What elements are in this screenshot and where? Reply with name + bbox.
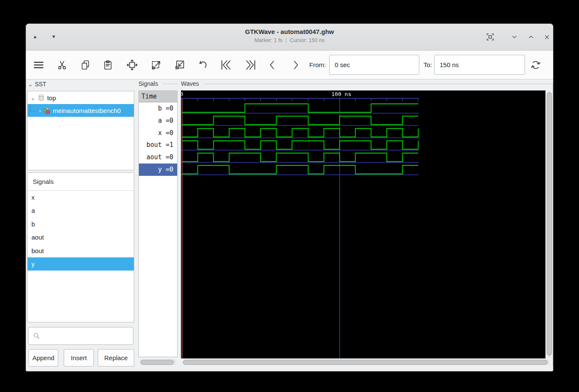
- chevron-left-icon: [266, 59, 278, 71]
- reload-icon: [530, 59, 542, 71]
- signal-list-item[interactable]: y: [28, 257, 134, 271]
- tree-branch-line: [30, 104, 36, 111]
- signals-list: xabaoutbouty: [28, 191, 134, 271]
- titlebar[interactable]: ▲ ▼ GTKWave - automat0047.ghw Marker: 1 …: [26, 24, 553, 51]
- to-input[interactable]: [434, 55, 525, 75]
- chevron-right-icon: ›: [36, 107, 43, 114]
- signal-value-rows: b =0a =0x =0bout =1aout =0y =0: [139, 102, 177, 176]
- subtitle-separator: |: [282, 37, 290, 43]
- cursor-status: Cursor: 150 ns: [290, 37, 325, 43]
- chevron-down-icon: [511, 33, 518, 41]
- signal-values-panel: Time b =0a =0x =0bout =1aout =0y =0: [138, 90, 178, 357]
- maximize-button[interactable]: [525, 31, 537, 42]
- sst-label: SST: [35, 81, 46, 87]
- copy-button[interactable]: [78, 57, 93, 73]
- signal-value-row[interactable]: bout =1: [139, 139, 177, 151]
- chevron-down-icon: ⌄: [28, 95, 37, 101]
- chevron-right-icon: [290, 59, 302, 71]
- waves-hscrollbar-track[interactable]: [182, 360, 549, 365]
- waves-frame-line: [203, 84, 553, 84]
- cut-button[interactable]: [54, 57, 70, 73]
- chevron-up-icon: [527, 33, 535, 41]
- search-icon: [33, 332, 40, 340]
- signal-list-item[interactable]: b: [28, 217, 134, 231]
- from-label: From:: [309, 61, 326, 68]
- menu-button[interactable]: [31, 57, 46, 73]
- replace-button[interactable]: Replace: [98, 349, 134, 367]
- insert-button[interactable]: Insert: [64, 349, 94, 367]
- signal-value-row[interactable]: a =0: [139, 115, 177, 127]
- tree-item-top[interactable]: ⌄ top: [28, 91, 134, 104]
- signal-value-row[interactable]: aout =0: [139, 151, 177, 164]
- toolbar: From: To:: [26, 51, 553, 79]
- go-to-start-button[interactable]: [218, 57, 233, 73]
- zoom-out-button[interactable]: [172, 57, 187, 73]
- hamburger-menu-icon: [32, 59, 45, 71]
- signals-hscrollbar-track[interactable]: [140, 360, 176, 365]
- append-button[interactable]: Append: [28, 349, 58, 367]
- skip-to-start-icon: [219, 59, 232, 71]
- signal-list-item[interactable]: bout: [28, 244, 134, 257]
- to-label: To:: [424, 61, 432, 68]
- chevron-down-icon: ⌄: [28, 81, 35, 87]
- fullscreen-icon: [486, 32, 495, 42]
- window-subtitle: Marker: 1 fs|Cursor: 150 ns: [26, 37, 553, 43]
- next-edge-button[interactable]: [288, 57, 303, 73]
- sst-signals-box: Signals xabaoutbouty: [27, 172, 134, 322]
- marker-status: Marker: 1 fs: [254, 37, 282, 43]
- tree-item-testbench[interactable]: › meinautomattestbench0: [28, 104, 134, 117]
- zoom-in-button[interactable]: [149, 57, 164, 73]
- search-input[interactable]: [43, 327, 128, 344]
- signals-list-header: Signals: [28, 173, 134, 191]
- gtkwave-window: ▲ ▼ GTKWave - automat0047.ghw Marker: 1 …: [25, 23, 554, 372]
- scissors-icon: [56, 59, 68, 71]
- waves-frame-label: Waves: [181, 80, 201, 87]
- time-header[interactable]: Time: [139, 91, 177, 102]
- sst-expander[interactable]: ⌄SST: [28, 81, 48, 87]
- zoom-out-icon: [174, 59, 186, 71]
- close-button[interactable]: [541, 31, 552, 42]
- module-icon: [37, 94, 45, 102]
- paste-button[interactable]: [100, 57, 116, 73]
- signal-list-item[interactable]: x: [28, 191, 134, 204]
- waves-frame-right-line: [553, 84, 553, 367]
- minimize-button[interactable]: [509, 31, 520, 42]
- go-to-end-button[interactable]: [243, 57, 259, 73]
- undo-arrow-icon: [197, 59, 209, 71]
- tree-item-label: meinautomattestbench0: [53, 107, 121, 114]
- zoom-fit-button[interactable]: [124, 57, 140, 73]
- signal-value-row[interactable]: b =0: [139, 102, 177, 115]
- clipboard-icon: [102, 59, 113, 71]
- signals-hscrollbar-thumb[interactable]: [141, 360, 174, 365]
- window-title: GTKWave - automat0047.ghw: [26, 28, 553, 35]
- undo-button[interactable]: [195, 57, 211, 73]
- copy-icon: [80, 59, 91, 71]
- waves-vscrollbar-thumb[interactable]: [547, 92, 552, 355]
- signals-frame-label: Signals: [138, 80, 160, 87]
- design-unit-icon: [43, 107, 51, 114]
- signal-value-row[interactable]: x =0: [139, 127, 177, 139]
- signal-list-item[interactable]: aout: [28, 231, 134, 244]
- signal-value-row[interactable]: y =0: [139, 164, 177, 176]
- reload-button[interactable]: [528, 57, 543, 73]
- previous-edge-button[interactable]: [265, 57, 280, 73]
- waves-vscrollbar-track[interactable]: [547, 92, 552, 357]
- signal-search[interactable]: [28, 327, 133, 345]
- signals-frame-line: [163, 84, 178, 84]
- close-icon: [543, 34, 551, 41]
- signal-list-item[interactable]: a: [28, 204, 134, 217]
- zoom-fit-icon: [126, 59, 138, 71]
- tree-item-label: top: [47, 94, 56, 102]
- sst-tree: ⌄ top › meinautomattestbench0: [27, 91, 134, 170]
- fullscreen-button[interactable]: [485, 31, 496, 42]
- skip-to-end-icon: [245, 59, 257, 71]
- waves-hscrollbar-thumb[interactable]: [183, 360, 548, 365]
- zoom-in-icon: [150, 59, 162, 71]
- from-input[interactable]: [329, 55, 419, 75]
- wave-canvas[interactable]: [181, 90, 545, 358]
